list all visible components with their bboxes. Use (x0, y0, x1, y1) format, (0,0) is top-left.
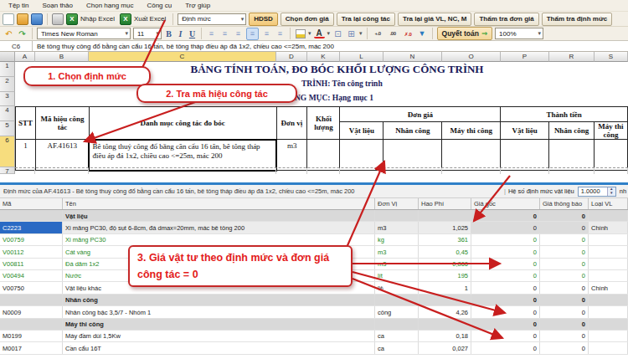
tham-tra-dinh-muc-button[interactable]: Thẩm tra định mức (542, 13, 612, 26)
detail-column-header[interactable]: Loại VL (589, 198, 628, 209)
cell-stt[interactable]: 1 (16, 140, 36, 171)
italic-icon[interactable]: I (176, 28, 185, 39)
detail-row-M0017[interactable]: M0017Cần cẩu 16Tca0,02700 (0, 342, 628, 354)
empty-cell[interactable] (383, 168, 442, 174)
row-header-7[interactable]: 7 (0, 167, 15, 174)
spinner-arrows-icon[interactable]: ▲ ▼ (607, 187, 615, 196)
detail-column-header[interactable]: Giá gốc (471, 198, 540, 209)
he-so-value[interactable]: 1.0000 (579, 187, 607, 195)
row-header-3[interactable]: 3 (0, 92, 15, 106)
row-header-5[interactable]: 5 (0, 121, 15, 136)
spinner-down-icon[interactable]: ▼ (610, 192, 613, 196)
cell-ma-hieu[interactable]: AF.41613 (35, 140, 89, 171)
detail-row-N0009[interactable]: N0009Nhân công bậc 3,5/7 - Nhóm 1công4,2… (0, 306, 628, 318)
mode-dropdown[interactable]: Định mức ▾ (178, 13, 246, 25)
row-header-4[interactable]: 4 (0, 106, 15, 121)
hdsd-button[interactable]: HDSD (249, 13, 278, 26)
borders-icon[interactable]: ⊞ (346, 28, 357, 39)
menu-select-category[interactable]: Chọn hạng mục (86, 2, 133, 9)
column-header-O[interactable]: O (442, 52, 501, 62)
empty-cell[interactable] (340, 168, 383, 174)
empty-cell[interactable] (35, 168, 89, 174)
cell-dg-vat-lieu[interactable] (340, 140, 383, 171)
menu-file[interactable]: Tệp tin (8, 2, 28, 9)
column-header-D[interactable]: D (276, 52, 307, 62)
cell-don-vi[interactable]: m3 (276, 140, 307, 171)
detail-column-header[interactable]: Giá thông báo (540, 198, 589, 209)
formula-input[interactable]: Bê tông thuỷ công đổ bằng cần cẩu 16 tấn… (33, 43, 334, 50)
cell-danh-muc-selected[interactable]: Bê tông thuỷ công đổ bằng cần cẩu 16 tấn… (89, 140, 276, 171)
excel-export-icon[interactable]: X (120, 13, 131, 25)
align-right-icon[interactable]: ≡ (233, 28, 244, 39)
cell-dg-may[interactable] (442, 140, 501, 171)
cell-reference-box[interactable]: C6 (0, 41, 33, 51)
detail-row-group[interactable]: Nhân công00 (0, 295, 628, 306)
menu-tools[interactable]: Công cụ (147, 2, 172, 9)
empty-cell[interactable] (501, 168, 549, 174)
tham-tra-don-gia-button[interactable]: Thẩm tra đơn giá (474, 13, 538, 26)
detail-row-M0199[interactable]: M0199Máy đầm dùi 1,5Kwca0,1800 (0, 331, 628, 342)
empty-row[interactable] (15, 167, 628, 174)
cell-tt-vat-lieu[interactable] (501, 140, 549, 171)
align-left-icon[interactable]: ≡ (206, 28, 217, 39)
cell-tt-may[interactable] (594, 140, 627, 171)
font-name-dropdown[interactable]: Times New Roman ▾ (37, 28, 131, 39)
underline-icon[interactable]: U (188, 28, 197, 39)
fill-color-icon[interactable] (296, 29, 306, 38)
detail-column-header[interactable]: Mã (0, 198, 63, 209)
remove-decimal-icon[interactable]: ✗.0 (402, 28, 414, 39)
empty-cell[interactable] (549, 168, 595, 174)
empty-cell[interactable] (89, 168, 276, 174)
detail-row-V00759[interactable]: V00759Xi măng PC30kg36100 (0, 234, 628, 246)
menu-edit[interactable]: Soạn thảo (42, 2, 72, 9)
detail-row-group[interactable]: Vật liệu00 (0, 210, 628, 222)
column-header-A[interactable]: A (15, 52, 35, 62)
align-center-icon[interactable]: ≡ (219, 28, 230, 39)
detail-row-group[interactable]: Máy thi công00 (0, 319, 628, 331)
valign-top-icon[interactable]: ≡ (246, 28, 259, 40)
he-so-spinner[interactable]: 1.0000 ▲ ▼ (578, 187, 616, 197)
menu-help[interactable]: Trợ giúp (185, 2, 210, 9)
column-header-S[interactable]: S (595, 52, 628, 62)
tra-lai-cong-tac-button[interactable]: Tra lại công tác (337, 13, 395, 26)
column-header-N[interactable]: N (383, 52, 442, 62)
undo-icon[interactable]: ↶ (3, 28, 14, 39)
chevron-down-icon[interactable]: ▾ (327, 30, 331, 37)
quyet-toan-button[interactable]: Quyết toán ⇒ (437, 27, 493, 40)
zoom-dropdown[interactable]: 100% ▾ (495, 28, 543, 39)
select-all-corner[interactable] (0, 52, 15, 62)
chevron-down-icon[interactable]: ▾ (359, 30, 363, 37)
column-header-C[interactable]: C (89, 52, 276, 62)
font-size-dropdown[interactable]: 11 ▾ (133, 28, 162, 39)
empty-cell[interactable] (15, 168, 35, 174)
detail-column-header[interactable]: Tên (63, 198, 375, 209)
open-file-icon[interactable] (17, 13, 28, 25)
empty-cell[interactable] (276, 168, 307, 174)
detail-row-C2223[interactable]: C2223Xi măng PC30, độ sụt 6-8cm, đá dmax… (0, 222, 628, 233)
import-excel-label[interactable]: Nhập Excel (80, 15, 115, 23)
decrease-decimal-icon[interactable]: .00 (387, 28, 399, 39)
detail-column-header[interactable]: Đơn Vị (375, 198, 419, 209)
export-excel-label[interactable]: Xuất Excel (134, 15, 166, 23)
row-header-2[interactable]: 2 (0, 77, 15, 92)
font-color-icon[interactable]: A (314, 28, 325, 38)
empty-cell[interactable] (442, 168, 501, 174)
print-icon[interactable] (52, 13, 64, 25)
column-header-K[interactable]: K (307, 52, 340, 62)
valign-middle-icon[interactable]: ≡ (261, 28, 272, 39)
new-file-icon[interactable] (3, 13, 14, 25)
bold-icon[interactable]: B (164, 28, 173, 39)
save-icon[interactable] (31, 13, 43, 25)
chon-don-gia-button[interactable]: Chọn đơn giá (281, 13, 334, 26)
empty-cell[interactable] (595, 168, 628, 174)
row-header-6[interactable]: 6 (0, 136, 15, 167)
excel-import-icon[interactable]: X (66, 13, 78, 25)
cell-tt-nhan-cong[interactable] (549, 140, 595, 171)
merge-cells-icon[interactable]: ⊡ (332, 28, 343, 39)
cell-khoi-luong[interactable] (307, 140, 340, 171)
column-header-P[interactable]: P (501, 52, 549, 62)
empty-cell[interactable] (307, 168, 340, 174)
column-header-L[interactable]: L (340, 52, 383, 62)
increase-decimal-icon[interactable]: +.0 (372, 28, 384, 39)
row-header-1[interactable]: 1 (0, 62, 15, 77)
